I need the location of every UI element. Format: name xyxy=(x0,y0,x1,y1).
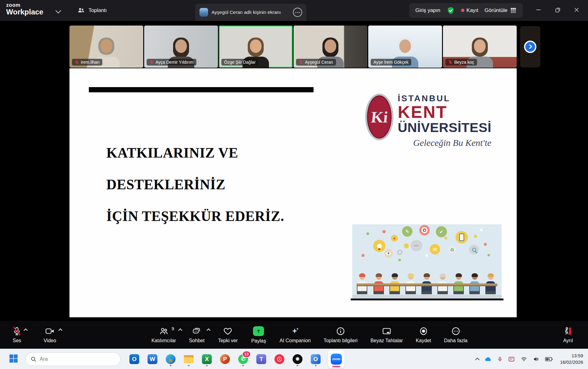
participant-name: Ayşe İrem Gökçek xyxy=(373,60,408,65)
participant-tile[interactable]: Ayşe İrem Gökçek xyxy=(368,26,442,68)
dot-decor xyxy=(404,243,409,248)
thumbs-up-icon: ✔ xyxy=(436,226,447,237)
participant-tile-active-speaker[interactable]: Özge Şiir Dağlar xyxy=(219,26,293,68)
taskbar-zoom-active[interactable]: zoom xyxy=(328,350,345,368)
taskbar-youtube-music[interactable] xyxy=(274,352,285,366)
battery-icon[interactable] xyxy=(545,356,553,362)
share-screen-label: Paylaş xyxy=(251,338,266,344)
heart-icon xyxy=(223,327,232,336)
record-button[interactable]: Kaydet xyxy=(412,321,436,349)
recording-indicator[interactable]: Kayıt xyxy=(461,7,479,14)
video-button[interactable]: Video xyxy=(39,321,61,349)
pen-icon: ✎ xyxy=(402,226,412,237)
taskbar-edge[interactable] xyxy=(165,352,176,366)
video-strip: irem.ilhan Ayça Demir Yıldırım xyxy=(0,21,588,68)
wifi-icon[interactable] xyxy=(520,356,527,362)
meeting-info-button[interactable]: Toplantı bilgileri xyxy=(319,321,362,349)
chat-label: Sohbet xyxy=(189,338,205,343)
mic-in-use-icon[interactable] xyxy=(497,356,503,363)
video-label: Video xyxy=(44,338,56,343)
restore-button[interactable] xyxy=(548,2,567,18)
minimize-button[interactable] xyxy=(529,2,548,18)
university-name-line1: İSTANBUL xyxy=(398,94,491,103)
taskbar-outlook-new[interactable]: O xyxy=(310,352,322,366)
illustration-person xyxy=(452,271,465,294)
audio-button[interactable]: Ses xyxy=(8,321,26,349)
illustration-person xyxy=(468,271,481,294)
participant-name-pill: Özge Şiir Dağlar xyxy=(221,59,258,66)
zoom-app-icon: zoom xyxy=(331,354,342,365)
taskbar-clock[interactable]: 13:59 16/02/2026 xyxy=(560,353,583,365)
chat-button[interactable]: Sohbet xyxy=(185,321,209,349)
participant-tile[interactable]: Ayça Demir Yıldırım xyxy=(144,26,218,68)
participant-tile[interactable]: Beyza koç xyxy=(443,26,517,68)
tab-meeting[interactable]: Toplantı xyxy=(77,0,107,21)
illustration-person xyxy=(389,271,401,294)
illustration-person xyxy=(404,271,417,294)
running-indicator xyxy=(206,365,208,366)
dot-decor xyxy=(484,243,487,246)
leave-button[interactable]: Ayrıl xyxy=(558,321,578,349)
mic-muted-icon xyxy=(12,327,22,336)
zoom-logo-text: zoom xyxy=(6,2,43,8)
clock-date: 16/02/2026 xyxy=(560,359,583,365)
titlebar: zoom Workplace Toplantı Ayşegül Ceran ad… xyxy=(0,0,588,21)
chevron-up-icon[interactable] xyxy=(178,328,182,332)
onedrive-icon[interactable] xyxy=(484,356,492,362)
slide-decor-underline xyxy=(351,299,503,300)
tab-meeting-label: Toplantı xyxy=(89,7,107,14)
taskbar-outlook-classic[interactable]: O xyxy=(128,352,140,366)
more-button[interactable]: Daha fazla xyxy=(440,321,472,349)
windows-taskbar: O W X P ✆ 1 xyxy=(0,349,588,369)
meeting-toolbar: Ses Video 9 Katılımcılar Sohb xyxy=(0,321,588,349)
whiteboards-button[interactable]: Beyaz Tahtalar xyxy=(366,321,407,349)
dot-decor xyxy=(480,229,483,231)
taskbar-file-explorer[interactable] xyxy=(183,352,195,366)
tab-more-options-button[interactable] xyxy=(293,8,302,17)
taskbar-whatsapp[interactable]: ✆ 13 xyxy=(237,352,249,366)
reactions-button[interactable]: Tepki ver xyxy=(214,321,242,349)
sign-in-button[interactable]: Giriş yapın xyxy=(415,7,440,14)
close-button[interactable] xyxy=(567,2,586,18)
next-participants-page[interactable] xyxy=(520,26,540,67)
ellipsis-icon xyxy=(295,12,300,13)
tab-shared-screen[interactable]: Ayşegül Ceran adlı kişinin ekranı xyxy=(195,4,306,21)
clock-time: 13:59 xyxy=(560,353,583,359)
dot-decor xyxy=(366,232,369,235)
illustration-person xyxy=(484,271,497,294)
participant-name-pill: irem.ilhan xyxy=(72,59,102,66)
taskbar-word[interactable]: W xyxy=(147,352,158,366)
start-button[interactable] xyxy=(9,354,18,365)
participant-tile[interactable]: Ayşegül Ceran xyxy=(294,26,367,68)
view-button[interactable]: Görüntüle xyxy=(484,7,517,14)
eye-icon xyxy=(384,249,393,258)
shared-screen-thumbnail xyxy=(199,8,208,17)
taskbar-teams[interactable]: T xyxy=(255,352,267,366)
speaker-icon[interactable] xyxy=(533,356,540,362)
participants-count-badge: 9 xyxy=(172,326,174,331)
participants-label: Katılımcılar xyxy=(152,338,176,343)
record-icon xyxy=(419,327,428,336)
chevron-up-icon[interactable] xyxy=(24,328,28,332)
shield-check-icon[interactable] xyxy=(447,6,455,15)
participant-name: irem.ilhan xyxy=(81,60,100,65)
chevron-up-icon[interactable] xyxy=(207,328,211,332)
dot-decor xyxy=(361,254,365,257)
screen-share-active-icon[interactable] xyxy=(508,356,515,363)
search-input[interactable] xyxy=(40,356,107,362)
search-icon xyxy=(30,356,37,362)
taskbar-search[interactable] xyxy=(25,352,120,366)
dot-decor xyxy=(382,230,386,233)
record-label: Kaydet xyxy=(416,338,431,343)
taskbar-excel[interactable]: X xyxy=(201,352,213,366)
taskbar-powerpoint[interactable]: P xyxy=(219,352,231,366)
share-screen-button[interactable]: Paylaş xyxy=(247,321,270,349)
participants-button[interactable]: 9 Katılımcılar xyxy=(147,321,180,349)
participant-tile[interactable]: irem.ilhan xyxy=(69,26,143,68)
taskbar-chatgpt[interactable]: ❋ xyxy=(292,352,303,366)
chevron-down-icon[interactable] xyxy=(55,8,61,13)
tray-hidden-icons-chevron[interactable] xyxy=(475,357,479,362)
ai-companion-button[interactable]: AI Companion xyxy=(275,321,315,349)
restore-icon xyxy=(555,7,561,13)
recording-label: Kayıt xyxy=(467,7,479,13)
